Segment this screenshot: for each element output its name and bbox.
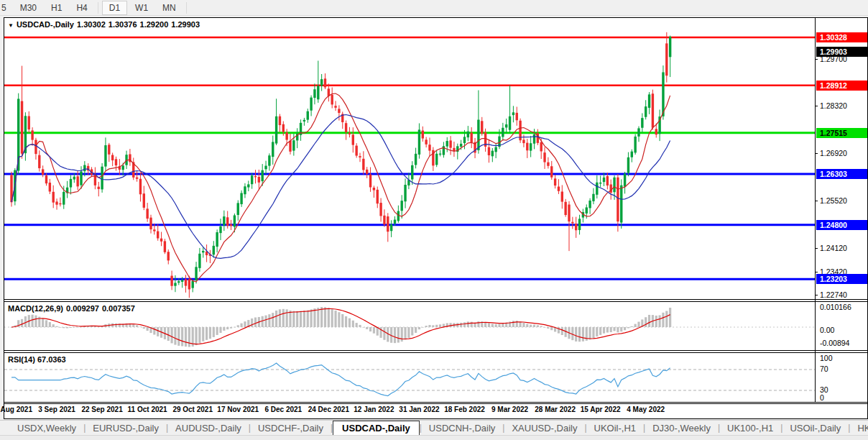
symbol-timeframe-label: USDCAD-,Daily	[17, 20, 74, 29]
ohlc-open: 1.30302	[77, 20, 106, 29]
tick-mark	[816, 59, 818, 60]
chart-tab-bar: USDX,Weekly|EURUSD-,Daily|AUDUSD-,Daily|…	[0, 420, 868, 435]
price-axis[interactable]: 1.297001.283201.269201.255201.241201.234…	[815, 18, 867, 403]
level-price-badge: 1.30328	[816, 32, 867, 42]
candlestick-chart[interactable]	[4, 18, 815, 299]
collapse-triangle-icon[interactable]: ▼	[8, 22, 14, 29]
toolbar-separator	[186, 2, 187, 14]
tab-usdx-weekly[interactable]: USDX,Weekly	[10, 422, 83, 434]
toolbar-separator	[98, 2, 98, 14]
timeframe-m30[interactable]: M30	[14, 1, 43, 14]
rsi-line	[11, 363, 670, 395]
tab-xauusd-daily[interactable]: XAUUSD-,Daily	[504, 422, 584, 434]
tick-mark	[816, 201, 818, 201]
level-price-badge: 1.24800	[816, 220, 867, 230]
tab-dj30-weekly[interactable]: DJ30-,Weekly	[645, 422, 718, 434]
candles	[10, 32, 671, 298]
timeframe-w1[interactable]: W1	[129, 1, 154, 14]
timeframe-d1[interactable]: D1	[102, 1, 127, 15]
tick-mark	[816, 248, 818, 249]
current-price-badge: 1.29903	[816, 47, 867, 57]
price-tick: 1.24120	[816, 243, 867, 253]
macd-value-main: 0.009297	[66, 304, 99, 313]
price-tick: 1.22740	[816, 290, 867, 300]
macd-axis-tick: 0.00	[816, 326, 867, 335]
tick-mark	[816, 272, 818, 272]
tab-usoil-daily[interactable]: USOil-,Daily	[782, 422, 848, 434]
tab-usdcnh-daily[interactable]: USDCNH-,Daily	[422, 422, 502, 434]
level-price-badge: 1.23203	[816, 274, 867, 284]
timeframe-h1[interactable]: H1	[45, 1, 68, 14]
tab-usdchf-daily[interactable]: USDCHF-,Daily	[251, 422, 331, 434]
ohlc-high: 1.30376	[108, 20, 137, 29]
tab-uk100-h1[interactable]: UK100-,H1	[720, 422, 780, 434]
macd-title: MACD(12,26,9)0.0092970.007357	[8, 304, 135, 313]
price-tick: 1.25520	[816, 196, 867, 206]
ma-slow-line	[11, 115, 670, 259]
rsi-pane[interactable]: RSI(14) 67.0363	[4, 353, 815, 402]
main-price-pane[interactable]: ▼USDCAD-,Daily1.303021.303761.292001.299…	[4, 18, 815, 299]
tab-eurusd-daily[interactable]: EURUSD-,Daily	[86, 422, 166, 434]
tick-mark	[816, 106, 818, 106]
rsi-title: RSI(14) 67.0363	[8, 355, 66, 364]
rsi-axis-tick: 0	[816, 393, 867, 403]
macd-pane[interactable]: MACD(12,26,9)0.0092970.007357	[4, 302, 815, 350]
rsi-axis-tick: 70	[816, 365, 867, 374]
macd-signal-line	[11, 308, 670, 344]
tab-usdcad-daily[interactable]: USDCAD-,Daily	[333, 421, 420, 436]
ma-fast-line	[11, 93, 670, 282]
ohlc-low: 1.29200	[140, 20, 169, 29]
price-tick: 1.26920	[816, 148, 867, 158]
chart-window: ▼USDCAD-,Daily1.303021.303761.292001.299…	[4, 17, 868, 419]
chart-title: ▼USDCAD-,Daily1.303021.303761.292001.299…	[8, 20, 200, 29]
macd-axis-tick: -0.00894	[816, 339, 867, 348]
date-tick-label: 4 May 2022	[619, 405, 673, 413]
status-strip	[0, 435, 868, 440]
rsi-chart	[4, 353, 815, 402]
time-axis[interactable]: 16 Aug 20213 Sep 202122 Sep 202111 Oct 2…	[4, 404, 815, 418]
price-tick: 1.28320	[816, 101, 867, 111]
tab-audusd-daily[interactable]: AUDUSD-,Daily	[168, 422, 249, 434]
rsi-label: RSI(14) 67.0363	[8, 355, 66, 364]
macd-value-signal: 0.007357	[102, 304, 135, 313]
level-price-badge: 1.28912	[816, 81, 867, 91]
tick-mark	[816, 153, 818, 154]
timeframe-mn[interactable]: MN	[156, 1, 183, 14]
macd-label: MACD(12,26,9)	[8, 304, 63, 313]
tab-ukoil-h1[interactable]: UKOil-,H1	[587, 422, 644, 434]
macd-axis-tick: 0.010166	[816, 303, 867, 312]
level-price-badge: 1.27515	[816, 128, 867, 138]
timeframe-clipped[interactable]: 5	[0, 3, 13, 13]
level-price-badge: 1.26303	[816, 169, 867, 179]
timeframe-toolbar: 5 M30H1H4D1W1MN	[0, 0, 868, 16]
timeframe-h4[interactable]: H4	[70, 1, 93, 14]
rsi-axis-tick: 100	[816, 354, 867, 363]
ohlc-close: 1.29903	[171, 20, 200, 29]
tab-hk50-h1[interactable]: HK50-,H1	[850, 422, 868, 434]
tick-mark	[816, 295, 818, 295]
